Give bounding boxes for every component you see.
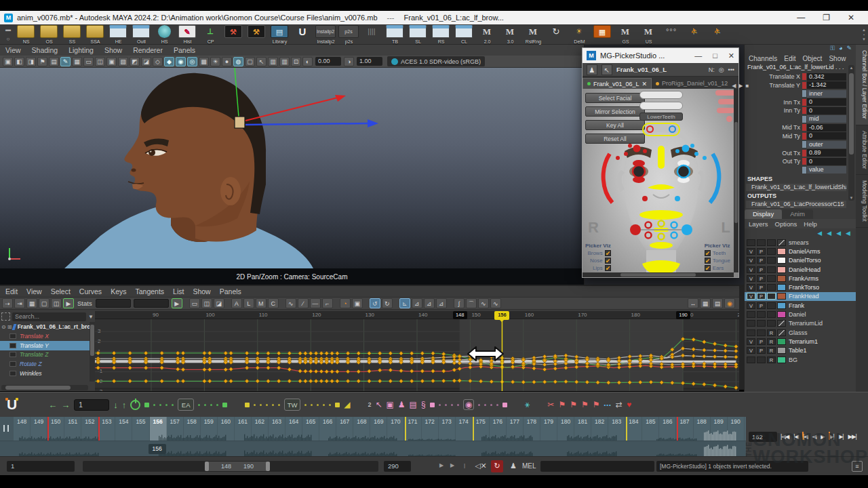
isolate-select-icon[interactable]: ◍ [233, 57, 243, 66]
lock-tangent-weight-icon[interactable]: ⊿ [436, 298, 447, 308]
channel-value[interactable]: mid [807, 115, 846, 123]
tween-slider-button[interactable]: TW [284, 399, 300, 411]
layer-row-smears[interactable]: smears [745, 238, 856, 247]
layer-playback-toggle[interactable]: P [757, 338, 766, 345]
range-slider[interactable]: 148 190 [83, 461, 378, 472]
layer-playback-toggle[interactable]: P [757, 275, 766, 282]
free-tangent-weight-icon[interactable]: ⊿ [424, 298, 435, 308]
collapse-icon[interactable]: ⊖ [1, 324, 6, 330]
use-all-lights-icon[interactable]: ◎ [187, 57, 197, 66]
bookmark-flag-icon-2[interactable]: ⚑ [581, 400, 589, 409]
pan-zoom-2d-icon[interactable]: ✎ [60, 57, 71, 66]
command-line-input[interactable] [540, 461, 654, 472]
go-to-start-button[interactable]: |◀◀ [781, 433, 789, 440]
command-language-label[interactable]: MEL [522, 462, 536, 470]
checkbox-brows[interactable]: ✔ [605, 250, 611, 256]
shelf-item-animbot[interactable]: U [292, 25, 314, 44]
layer-color-swatch[interactable] [777, 320, 786, 327]
layer-color-swatch[interactable] [777, 275, 786, 282]
channel-value[interactable]: 0.342 [807, 73, 846, 81]
channel-row[interactable]: Mid Tx-0.06 [745, 123, 856, 132]
shelf-item-NS[interactable]: NS [15, 25, 37, 44]
frame-all-icon[interactable]: ▶ [172, 298, 182, 308]
graph-editor-time-ruler[interactable]: 9010011012013014015016017018019020014819… [95, 311, 739, 319]
picker-maximize-button[interactable]: □ [713, 52, 717, 60]
viewport-menu-view[interactable]: View [5, 46, 21, 54]
range-end-grip[interactable] [266, 462, 270, 471]
expand-icon[interactable]: ⊞ [7, 324, 12, 330]
layer-row-DanielTorso[interactable]: VPDanielTorso [745, 256, 856, 265]
cache-time-slider[interactable]: 156 [0, 441, 746, 456]
layer-reference-toggle[interactable] [767, 311, 776, 318]
layer-order-icon-0[interactable]: ◀ [817, 230, 822, 237]
graph-menu-list[interactable]: List [173, 287, 184, 296]
layer-order-icon-1[interactable]: ◀ [827, 230, 831, 237]
link-selection-icon[interactable]: § [421, 400, 426, 409]
shelf-item-Installp2[interactable]: Installp2Installp2 [315, 25, 337, 44]
channel-row[interactable]: Out Ty0 [745, 157, 856, 166]
loop-playback-icon[interactable]: ↻ [491, 460, 503, 472]
shaded-icon[interactable]: ◆ [164, 57, 174, 66]
range-start-grip[interactable] [205, 462, 209, 471]
wireframe-icon[interactable]: ◇ [153, 57, 163, 66]
layer-color-swatch[interactable] [777, 248, 786, 255]
channel-row[interactable]: Translate Y-1.342 [745, 81, 856, 90]
range-slider-thumb[interactable]: 148 190 [205, 462, 270, 471]
stats-l-icon[interactable]: L [243, 298, 254, 308]
region-select-tool-icon[interactable]: ▢ [39, 298, 50, 308]
viewport-menu-show[interactable]: Show [104, 46, 122, 54]
tween-end-left[interactable] [245, 403, 250, 407]
linear-tangent-icon[interactable]: ∕ [298, 298, 309, 308]
safe-title-icon[interactable]: ◪ [141, 57, 151, 66]
select-box-icon[interactable] [1, 312, 10, 321]
dope-sheet-icon[interactable]: ▤ [712, 298, 723, 308]
viewport-menu-shading[interactable]: Shading [32, 46, 58, 54]
picker-zoom-icon[interactable]: ◎ [719, 66, 724, 73]
exposure-icon[interactable]: ◐ [302, 57, 313, 66]
layer-reference-toggle[interactable] [767, 266, 776, 273]
channel-row[interactable]: Out Tx0.89 [745, 149, 856, 158]
outliner-channel-rotate-z[interactable]: Rotate Z [0, 359, 95, 369]
layer-row-TerrariumLid[interactable]: TerrariumLid [745, 319, 856, 328]
channel-value[interactable]: 0 [807, 132, 846, 140]
view-transform-dropdown[interactable]: ACES 1.0 SDR-video (sRGB) [387, 56, 485, 66]
layer-reference-toggle[interactable] [767, 257, 776, 264]
picker-title-bar[interactable]: M MG-PickerStudio ... — □ ✕ [583, 48, 738, 63]
tongue-tip-control[interactable] [726, 116, 732, 122]
ao-icon[interactable]: ☀ [210, 57, 220, 66]
shelf-item-Outl[interactable]: Outl [130, 25, 153, 44]
layer-reference-toggle[interactable] [767, 275, 776, 282]
copy-icon[interactable]: ▥ [279, 57, 290, 66]
character-set-icon[interactable]: ♟ [507, 460, 519, 472]
channel-row[interactable]: Translate X0.342 [745, 73, 856, 81]
layer-row-DanielArms[interactable]: VPDanielArms [745, 247, 856, 256]
shelf-scroll-spinner[interactable]: ▲•▼ [860, 24, 868, 45]
paste-icon[interactable]: ▥ [268, 57, 278, 66]
animbot-logo[interactable]: U [7, 396, 17, 413]
channel-row[interactable]: outer [745, 140, 856, 149]
layer-row-FrankHead[interactable]: VPFrankHead [745, 292, 856, 301]
spacing-icon[interactable]: ⇄ [616, 400, 623, 409]
shelf-item-char-group[interactable]: ⛹ [684, 25, 706, 44]
select-cursor-icon[interactable]: ↖ [601, 64, 612, 75]
field-chart-icon[interactable]: ▧ [118, 57, 128, 66]
select-character-icon[interactable]: ♟ [398, 400, 406, 409]
image-plane-icon[interactable]: ▤ [49, 57, 59, 66]
bookmark-icon[interactable]: ⚑ [37, 57, 47, 66]
channel-row[interactable]: mid [745, 115, 856, 124]
play-backwards-button[interactable]: ◀ [812, 433, 816, 440]
key-all-button[interactable]: Key All [585, 120, 645, 130]
playback-speed-icon[interactable]: ▶ [439, 462, 443, 468]
layer-playback-toggle[interactable] [757, 357, 766, 363]
select-set-icon[interactable]: ▤ [410, 400, 417, 409]
search-filter-dropdown-icon[interactable]: ▼ [88, 314, 94, 320]
outliner-channel-translate-y[interactable]: Translate Y [0, 341, 95, 350]
layer-reference-toggle[interactable] [767, 284, 776, 291]
step-forward-key-button[interactable]: ▶| [829, 433, 834, 440]
shelf-item-char-red[interactable]: ⚒ [222, 25, 245, 44]
key-step-field[interactable]: 1 [74, 399, 109, 411]
layer-row-BG[interactable]: RBG [745, 355, 856, 364]
break-tangents-icon[interactable]: ⊾ [399, 298, 410, 308]
shelf-item-lines[interactable]: |||| [361, 25, 383, 44]
close-button[interactable]: ✕ [848, 13, 854, 22]
